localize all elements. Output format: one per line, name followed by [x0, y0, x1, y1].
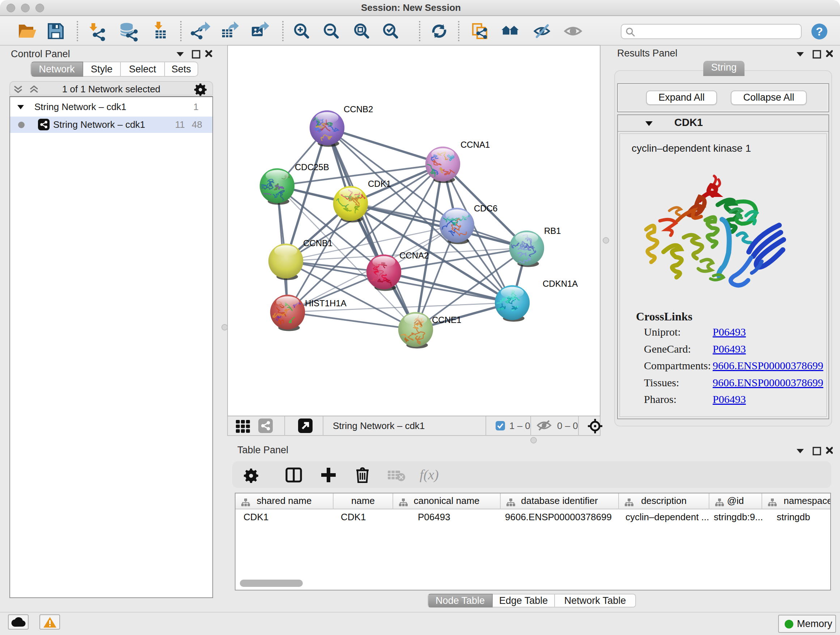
svg-text:CCNA1: CCNA1 — [461, 140, 490, 149]
svg-text:CDC6: CDC6 — [474, 203, 497, 213]
svg-text:?: ? — [816, 25, 823, 38]
svg-text:CDC25B: CDC25B — [295, 162, 329, 172]
svg-text:CDK1: CDK1 — [368, 179, 391, 188]
svg-text:HIST1H1A: HIST1H1A — [305, 298, 347, 308]
svg-text:CDKN1A: CDKN1A — [543, 279, 578, 288]
svg-text:f(x): f(x) — [420, 467, 439, 483]
svg-text:CCNE1: CCNE1 — [432, 315, 461, 325]
svg-text:RB1: RB1 — [544, 226, 561, 236]
svg-text:CCNB1: CCNB1 — [303, 238, 332, 248]
svg-text:CCNA2: CCNA2 — [399, 250, 429, 260]
svg-text:CCNB2: CCNB2 — [344, 104, 373, 114]
